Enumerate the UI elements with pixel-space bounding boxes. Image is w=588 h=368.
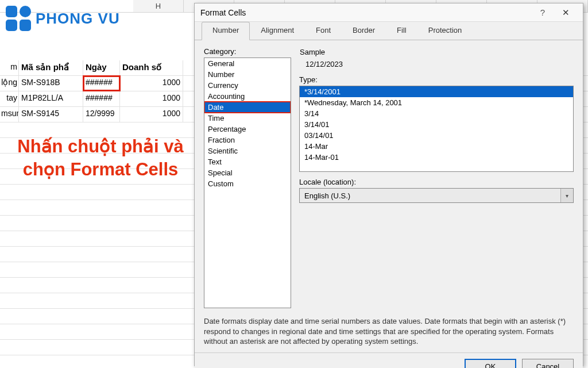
type-item[interactable]: *Wednesday, March 14, 2001 [300, 97, 573, 108]
category-text[interactable]: Text [204, 156, 291, 167]
type-item[interactable]: 3/14/01 [300, 119, 573, 130]
sample-value: 12/12/2023 [300, 58, 573, 70]
type-item[interactable]: 14-Mar [300, 141, 573, 152]
cell-date-overflow[interactable]: ###### [83, 76, 120, 91]
tab-font[interactable]: Font [305, 22, 342, 40]
category-list[interactable]: General Number Currency Accounting Date … [204, 57, 291, 308]
ok-button[interactable]: OK [465, 359, 516, 368]
category-label: Category: [204, 47, 291, 56]
header-product: Mã sản phẩ [19, 60, 83, 75]
category-time[interactable]: Time [204, 113, 291, 124]
instruction-text: Nhấn chuột phải và chọn Format Cells [11, 135, 189, 182]
category-currency[interactable]: Currency [204, 80, 291, 91]
tab-alignment[interactable]: Alignment [250, 22, 305, 40]
type-item[interactable]: *3/14/2001 [300, 86, 573, 97]
dialog-title-text: Format Cells [200, 8, 531, 17]
format-description: Date formats display date and time seria… [195, 315, 583, 352]
category-date[interactable]: Date [204, 102, 291, 113]
category-accounting[interactable]: Accounting [204, 91, 291, 102]
locale-value: English (U.S.) [300, 191, 560, 200]
header-partial: m [0, 60, 19, 75]
type-item[interactable]: 3/14 [300, 108, 573, 119]
tab-strip: Number Alignment Font Border Fill Protec… [195, 22, 583, 40]
header-date: Ngày [83, 60, 120, 75]
format-cells-dialog: Format Cells ? ✕ Number Alignment Font B… [194, 3, 583, 366]
type-item[interactable]: 03/14/01 [300, 130, 573, 141]
tab-protection[interactable]: Protection [417, 22, 473, 40]
dialog-titlebar[interactable]: Format Cells ? ✕ [195, 3, 583, 22]
type-item[interactable]: 14-Mar-01 [300, 152, 573, 163]
category-number[interactable]: Number [204, 69, 291, 80]
category-fraction[interactable]: Fraction [204, 135, 291, 145]
brand-logo: PHONG VU [6, 6, 120, 31]
category-percentage[interactable]: Percentage [204, 124, 291, 135]
type-label: Type: [299, 75, 574, 84]
close-button[interactable]: ✕ [554, 7, 577, 18]
col-header-H[interactable]: H [133, 0, 184, 12]
logo-icon [6, 6, 31, 31]
sample-label: Sample [300, 48, 573, 56]
category-special[interactable]: Special [204, 167, 291, 178]
category-custom[interactable]: Custom [204, 178, 291, 189]
logo-text: PHONG VU [36, 10, 120, 28]
category-scientific[interactable]: Scientific [204, 145, 291, 156]
locale-combo[interactable]: English (U.S.) ▾ [299, 188, 574, 203]
locale-label: Locale (location): [299, 178, 574, 186]
type-list[interactable]: *3/14/2001 *Wednesday, March 14, 2001 3/… [299, 86, 574, 172]
cancel-button[interactable]: Cancel [522, 359, 574, 368]
tab-border[interactable]: Border [342, 22, 386, 40]
tab-number[interactable]: Number [202, 22, 250, 40]
chevron-down-icon[interactable]: ▾ [560, 189, 573, 202]
header-revenue: Doanh số [120, 60, 183, 75]
category-general[interactable]: General [204, 58, 291, 69]
help-button[interactable]: ? [531, 7, 554, 17]
tab-fill[interactable]: Fill [386, 22, 417, 40]
